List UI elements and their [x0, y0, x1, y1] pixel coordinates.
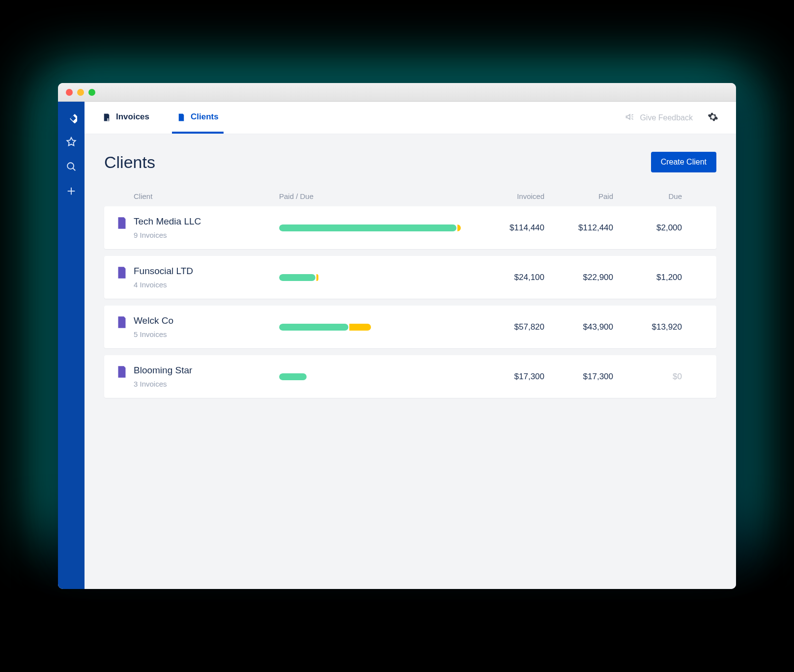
invoiced-value: $17,300	[476, 372, 544, 382]
client-file-icon	[117, 217, 127, 229]
app-logo-icon[interactable]	[65, 112, 77, 123]
due-bar	[457, 224, 461, 231]
tabs: $ Invoices Clients	[97, 102, 224, 134]
col-header-client: Client	[117, 192, 279, 200]
paid-due-bar	[279, 274, 461, 281]
give-feedback-button[interactable]: Give Feedback	[615, 102, 703, 134]
client-invoice-count: 3 Invoices	[134, 380, 192, 388]
client-file-icon	[117, 316, 127, 328]
invoiced-value: $57,820	[476, 322, 544, 332]
topbar: $ Invoices Clients	[85, 102, 736, 134]
tab-clients[interactable]: Clients	[172, 102, 224, 134]
svg-line-3	[73, 168, 75, 170]
invoiced-value: $24,100	[476, 273, 544, 282]
app-window: $ Invoices Clients	[58, 83, 736, 589]
plus-icon[interactable]	[65, 185, 77, 197]
paid-value: $43,900	[544, 322, 613, 332]
col-header-due: Due	[613, 192, 682, 200]
client-name: Welck Co	[134, 315, 173, 326]
client-list: Tech Media LLC 9 Invoices $114,440 $112,…	[104, 206, 716, 398]
due-bar	[316, 274, 318, 281]
invoiced-value: $114,440	[476, 223, 544, 233]
paid-due-bar	[279, 324, 461, 331]
paid-bar	[279, 224, 456, 231]
client-name: Blooming Star	[134, 365, 192, 376]
paid-bar	[279, 373, 307, 380]
client-row[interactable]: Tech Media LLC 9 Invoices $114,440 $112,…	[104, 206, 716, 249]
megaphone-icon	[625, 112, 635, 124]
paid-bar	[279, 274, 315, 281]
paid-due-bar	[279, 224, 461, 231]
star-icon[interactable]	[65, 136, 77, 148]
tab-label: Clients	[191, 112, 219, 122]
tab-label: Invoices	[116, 112, 149, 122]
col-header-invoiced: Invoiced	[476, 192, 544, 200]
sidebar	[58, 102, 85, 589]
page-title: Clients	[104, 153, 155, 172]
client-icon	[177, 112, 186, 121]
client-row[interactable]: Funsocial LTD 4 Invoices $24,100 $22,900…	[104, 256, 716, 299]
paid-value: $112,440	[544, 223, 613, 233]
paid-value: $17,300	[544, 372, 613, 382]
paid-due-bar	[279, 373, 461, 380]
client-row[interactable]: Blooming Star 3 Invoices $17,300 $17,300…	[104, 355, 716, 398]
window-close-button[interactable]	[66, 89, 73, 96]
window-minimize-button[interactable]	[77, 89, 84, 96]
column-headers: Client Paid / Due Invoiced Paid Due	[104, 186, 716, 206]
titlebar	[58, 83, 736, 102]
svg-text:$: $	[107, 117, 109, 121]
due-bar	[349, 324, 371, 331]
due-value: $0	[613, 372, 682, 382]
due-value: $13,920	[613, 322, 682, 332]
search-icon[interactable]	[65, 161, 77, 172]
client-invoice-count: 9 Invoices	[134, 231, 201, 239]
client-file-icon	[117, 366, 127, 378]
feedback-label: Give Feedback	[640, 113, 693, 122]
paid-bar	[279, 324, 348, 331]
settings-button[interactable]	[703, 102, 723, 134]
tab-invoices[interactable]: $ Invoices	[97, 102, 154, 134]
svg-point-2	[67, 163, 74, 169]
client-file-icon	[117, 267, 127, 279]
col-header-paid: Paid	[544, 192, 613, 200]
paid-value: $22,900	[544, 273, 613, 282]
gear-icon	[708, 112, 718, 124]
client-name: Funsocial LTD	[134, 266, 193, 277]
client-row[interactable]: Welck Co 5 Invoices $57,820 $43,900 $13,…	[104, 306, 716, 348]
client-invoice-count: 5 Invoices	[134, 330, 173, 338]
due-value: $2,000	[613, 223, 682, 233]
due-value: $1,200	[613, 273, 682, 282]
client-name: Tech Media LLC	[134, 216, 201, 227]
client-invoice-count: 4 Invoices	[134, 280, 193, 289]
window-zoom-button[interactable]	[88, 89, 95, 96]
invoice-icon: $	[102, 112, 111, 121]
create-client-button[interactable]: Create Client	[651, 152, 716, 172]
col-header-progress: Paid / Due	[279, 192, 476, 200]
